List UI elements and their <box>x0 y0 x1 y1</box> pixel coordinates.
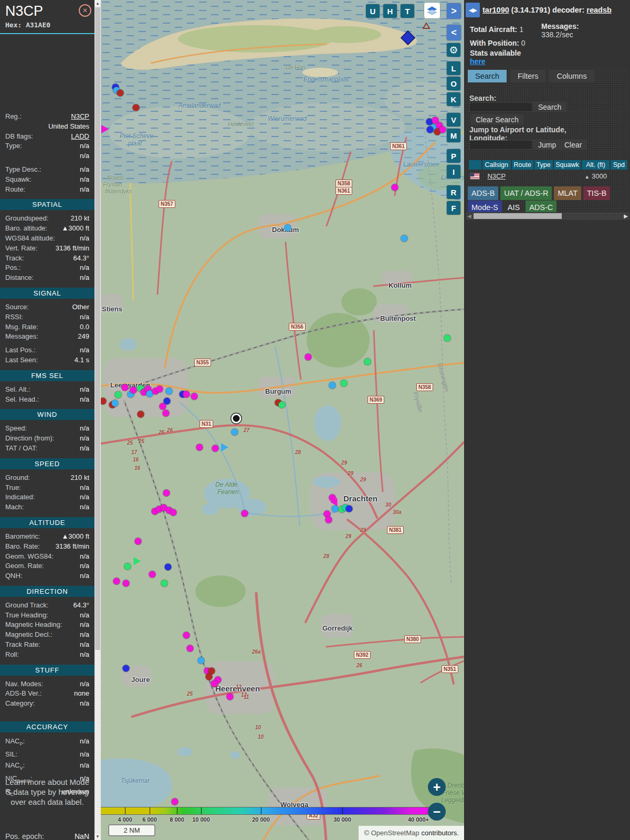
column-header-Squawk[interactable]: Squawk <box>554 160 581 170</box>
aircraft-dot[interactable] <box>130 555 141 565</box>
aircraft-dot[interactable] <box>346 506 353 512</box>
map-button-f[interactable]: F <box>447 201 460 215</box>
aircraft-dot[interactable] <box>341 380 348 387</box>
aircraft-dot[interactable] <box>444 335 451 342</box>
detail-value-link[interactable]: N3CP <box>71 112 89 122</box>
search-button[interactable]: Search <box>533 102 566 112</box>
jump-button[interactable]: Jump <box>533 140 561 150</box>
column-header-Type[interactable]: Type <box>534 160 553 170</box>
aircraft-dot[interactable] <box>183 391 190 398</box>
aircraft-dot[interactable] <box>138 411 144 418</box>
scroll-up-icon[interactable]: ▲ <box>94 0 101 7</box>
aircraft-dot[interactable] <box>401 235 408 242</box>
aircraft-dot[interactable] <box>329 382 336 389</box>
aircraft-dot[interactable] <box>163 410 170 417</box>
aircraft-dot[interactable] <box>183 632 190 639</box>
map-button-h[interactable]: H <box>383 4 397 18</box>
detail-value-link[interactable]: LADD <box>71 132 89 142</box>
aircraft-dot[interactable] <box>285 225 291 232</box>
aircraft-dot[interactable] <box>187 645 194 652</box>
clear-search-button[interactable]: Clear Search <box>470 114 524 125</box>
aircraft-dot[interactable] <box>113 578 120 585</box>
map-button-m[interactable]: M <box>447 129 460 142</box>
aircraft-dot[interactable] <box>115 392 122 398</box>
map-button-i[interactable]: I <box>447 165 460 178</box>
aircraft-dot[interactable] <box>160 403 166 410</box>
aircraft-dot[interactable] <box>221 443 228 452</box>
close-icon[interactable]: ✕ <box>79 4 91 17</box>
map-button-p[interactable]: P <box>447 149 460 163</box>
table-row[interactable]: N3CP▲3000 <box>469 171 627 182</box>
column-header-Spd[interactable]: Spd <box>611 160 627 170</box>
aircraft-dot[interactable] <box>123 665 130 672</box>
aircraft-dot[interactable] <box>212 445 219 452</box>
layers-button[interactable] <box>424 3 440 18</box>
map-button-u[interactable]: U <box>366 4 380 18</box>
aircraft-dot[interactable] <box>427 127 434 133</box>
hscroll-left-icon[interactable]: ◀ <box>467 213 471 219</box>
aircraft-dot[interactable] <box>211 680 218 687</box>
column-header-flag[interactable] <box>469 160 481 170</box>
column-header-Route[interactable]: Route <box>512 160 533 170</box>
sidebar-scrollbar-thumb[interactable] <box>95 7 100 650</box>
zoom-out-button[interactable]: − <box>428 803 446 821</box>
aircraft-dot[interactable] <box>130 387 137 394</box>
stats-here-link[interactable]: here <box>470 57 486 66</box>
table-horizontal-scrollbar[interactable]: ◀ ▶ <box>466 212 629 220</box>
aircraft-dot[interactable] <box>156 386 163 393</box>
jump-input[interactable] <box>469 140 532 150</box>
aircraft-dot[interactable] <box>170 509 177 516</box>
jump-clear-button[interactable]: Clear <box>559 140 587 150</box>
aircraft-dot[interactable] <box>112 400 119 407</box>
aircraft-dot[interactable] <box>101 398 107 405</box>
aircraft-dot[interactable] <box>198 657 205 664</box>
map-button-r[interactable]: R <box>447 185 460 199</box>
aircraft-dot[interactable] <box>279 402 286 408</box>
column-header-Callsign[interactable]: Callsign <box>482 160 511 170</box>
scroll-down-icon[interactable]: ▼ <box>94 833 101 840</box>
aircraft-dot[interactable] <box>172 799 178 805</box>
tab-search[interactable]: Search <box>468 70 507 82</box>
aircraft-dot[interactable] <box>166 388 173 395</box>
aircraft-dot[interactable] <box>364 359 371 365</box>
aircraft-dot[interactable] <box>232 429 238 436</box>
hscroll-right-icon[interactable]: ▶ <box>624 213 628 219</box>
map-button-t[interactable]: T <box>401 4 414 18</box>
settings-gear-button[interactable]: ⚙ <box>447 43 460 57</box>
aircraft-callsign-link[interactable]: N3CP <box>487 172 506 180</box>
aircraft-dot[interactable] <box>149 571 156 578</box>
tab-filters[interactable]: Filters <box>510 70 545 82</box>
aircraft-dot[interactable] <box>165 564 172 571</box>
aircraft-dot[interactable] <box>163 490 170 497</box>
osm-link[interactable]: © OpenStreetMap <box>364 829 419 837</box>
aircraft-dot[interactable] <box>191 393 198 400</box>
aircraft-dot[interactable] <box>326 517 332 523</box>
aircraft-dot[interactable] <box>305 354 312 361</box>
search-input[interactable] <box>469 102 532 112</box>
callsign-cell[interactable]: N3CP <box>482 171 511 182</box>
aircraft-dot[interactable] <box>123 580 130 587</box>
aircraft-dot[interactable] <box>122 384 129 391</box>
aircraft-dot[interactable] <box>161 580 168 587</box>
aircraft-dot[interactable] <box>135 538 142 545</box>
aircraft-dot[interactable] <box>117 90 124 97</box>
aircraft-dot[interactable] <box>133 104 140 111</box>
map-button-v[interactable]: V <box>447 113 460 127</box>
aircraft-dot[interactable] <box>242 510 248 517</box>
decoder-link[interactable]: readsb <box>586 6 612 14</box>
aircraft-dot[interactable] <box>227 694 234 700</box>
hscroll-thumb[interactable] <box>474 213 562 219</box>
aircraft-dot[interactable] <box>402 32 414 44</box>
column-header-Alt. (ft)[interactable]: Alt. (ft) <box>582 160 609 170</box>
collapse-panel-button[interactable]: < <box>447 25 461 40</box>
map-button-l[interactable]: L <box>447 61 460 75</box>
map[interactable]: De HonEngelsmanplaatAmelanderwadWierumer… <box>101 0 464 840</box>
aircraft-dot[interactable] <box>101 125 109 133</box>
sidebar-scrollbar[interactable]: ▲ ▼ <box>94 0 101 840</box>
expand-panel-button[interactable]: > <box>447 3 461 19</box>
zoom-in-button[interactable]: + <box>428 778 446 796</box>
selected-aircraft-marker[interactable] <box>232 414 242 424</box>
map-button-o[interactable]: O <box>447 77 460 90</box>
tar1090-link[interactable]: tar1090 <box>482 6 509 14</box>
aircraft-dot[interactable] <box>332 506 339 512</box>
